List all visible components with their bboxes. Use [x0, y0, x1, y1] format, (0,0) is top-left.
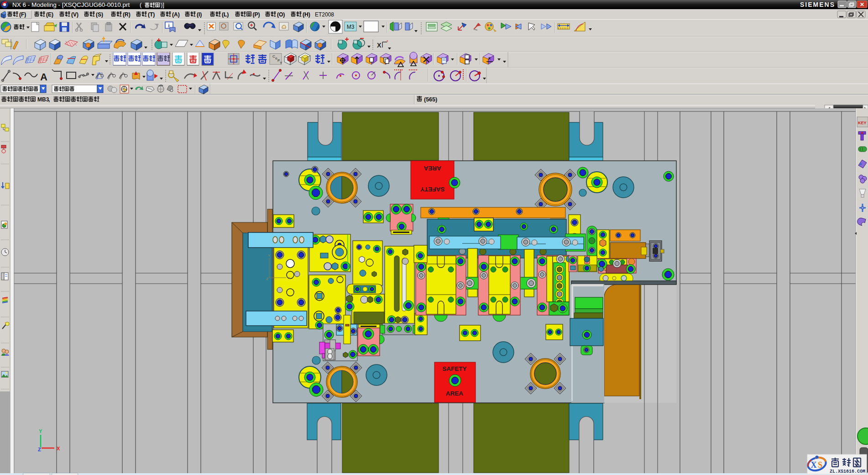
svg-text:i: i — [168, 23, 169, 28]
svg-text:,: , — [48, 96, 50, 103]
svg-text:AREA: AREA — [446, 390, 464, 397]
svg-text:(R): (R) — [123, 11, 131, 18]
svg-text:(P): (P) — [253, 11, 260, 18]
svg-text:KEY: KEY — [858, 121, 867, 125]
svg-text:(F): (F) — [19, 11, 26, 18]
svg-text:ZL.XS1616.COM: ZL.XS1616.COM — [830, 469, 865, 474]
svg-text:(E): (E) — [46, 11, 53, 18]
svg-text:(V): (V) — [71, 11, 78, 18]
svg-text:SAFETY: SAFETY — [442, 365, 466, 372]
svg-text:(: ( — [140, 1, 142, 8]
svg-text:X: X — [57, 446, 60, 451]
svg-text:(T): (T) — [148, 11, 155, 18]
svg-text:X: X — [811, 460, 817, 470]
svg-text:Z: Z — [266, 277, 268, 281]
svg-text:MB3: MB3 — [37, 96, 49, 103]
svg-text:)]: )] — [161, 1, 164, 8]
svg-text:x: x — [488, 56, 491, 60]
svg-text:Y: Y — [280, 61, 282, 65]
svg-text:S: S — [818, 460, 822, 470]
svg-text:(O): (O) — [277, 11, 285, 18]
svg-text:Y: Y — [39, 428, 42, 434]
svg-text:(I): (I) — [197, 11, 202, 18]
svg-text:A: A — [40, 71, 47, 83]
svg-text:NX 6 - Modeling - [XSQCJGUG60-: NX 6 - Modeling - [XSQCJGUG60-0010.prt — [12, 1, 130, 8]
svg-text:(H): (H) — [303, 11, 310, 18]
svg-text:AREA: AREA — [424, 165, 441, 172]
svg-text:SAFETY: SAFETY — [420, 186, 444, 193]
svg-text:(A): (A) — [172, 11, 180, 18]
svg-text:X: X — [288, 276, 291, 280]
svg-text:✕: ✕ — [860, 1, 864, 8]
svg-text:x: x — [387, 39, 388, 42]
svg-text:ET2008: ET2008 — [315, 11, 334, 18]
svg-text:Y: Y — [268, 253, 271, 258]
svg-text:(S): (S) — [96, 11, 103, 18]
svg-text:Z: Z — [38, 447, 41, 452]
svg-text:M3: M3 — [347, 24, 355, 30]
svg-text:SIEMENS: SIEMENS — [800, 1, 835, 8]
svg-text:X: X — [377, 42, 382, 49]
svg-text:(565): (565) — [424, 96, 437, 103]
svg-text:(L): (L) — [222, 11, 229, 18]
